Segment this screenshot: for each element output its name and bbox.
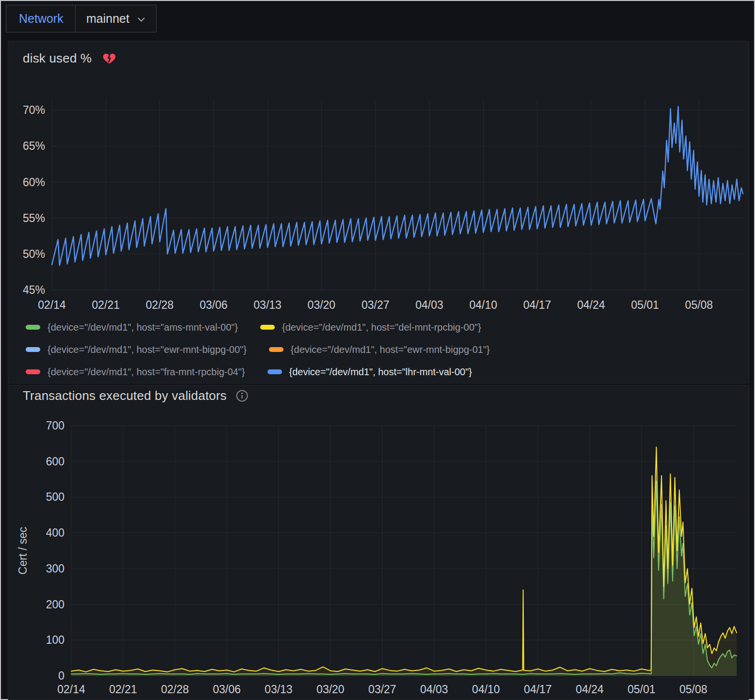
series-color-swatch: [26, 347, 40, 352]
svg-text:400: 400: [46, 526, 64, 539]
network-variable-label-text: Network: [19, 12, 63, 26]
svg-text:02/28: 02/28: [161, 683, 189, 696]
legend-label: {device="/dev/md1", host="lhr-mnt-val-00…: [289, 366, 472, 378]
legend-item-lhr-mnt-val-00[interactable]: {device="/dev/md1", host="lhr-mnt-val-00…: [267, 366, 472, 378]
svg-text:04/03: 04/03: [415, 299, 443, 311]
svg-text:04/10: 04/10: [472, 683, 500, 696]
legend-row: {device="/dev/md1", host="ewr-mnt-bigpg-…: [26, 344, 739, 355]
legend-row: {device="/dev/md1", host="ams-mnt-val-00…: [26, 321, 739, 333]
legend-item-fra-mnt-rpcbig-04[interactable]: {device="/dev/md1", host="fra-mnt-rpcbig…: [26, 366, 245, 378]
svg-text:0: 0: [58, 669, 64, 682]
series-color-swatch: [267, 369, 282, 374]
dashboard-variables-bar: Network mainnet: [1, 1, 754, 40]
disk-panel-header: disk used %: [8, 41, 749, 66]
svg-text:05/08: 05/08: [679, 683, 708, 696]
svg-text:50%: 50%: [23, 248, 45, 260]
legend-item-ewr-mnt-bigpg-01[interactable]: {device="/dev/md1", host="ewr-mnt-bigpg-…: [269, 344, 490, 355]
svg-text:100: 100: [46, 634, 64, 646]
svg-text:60%: 60%: [23, 176, 45, 189]
network-variable-value: mainnet: [86, 12, 129, 26]
transactions-panel-title[interactable]: Transactions executed by validators: [23, 388, 227, 403]
legend-label: {device="/dev/md1", host="ewr-mnt-bigpg-…: [47, 344, 247, 355]
svg-text:600: 600: [46, 455, 64, 468]
svg-text:03/13: 03/13: [265, 683, 293, 696]
svg-text:04/17: 04/17: [523, 299, 551, 311]
series-color-swatch: [26, 369, 40, 374]
network-variable-dropdown[interactable]: mainnet: [75, 5, 157, 32]
svg-text:02/14: 02/14: [38, 299, 66, 311]
chevron-down-icon: [137, 17, 145, 22]
svg-text:03/20: 03/20: [316, 683, 345, 696]
svg-text:700: 700: [46, 419, 64, 432]
disk-chart-legend: {device="/dev/md1", host="ams-mnt-val-00…: [26, 321, 739, 378]
svg-text:04/24: 04/24: [576, 683, 604, 696]
legend-item-ewr-mnt-bigpg-00[interactable]: {device="/dev/md1", host="ewr-mnt-bigpg-…: [26, 344, 247, 355]
svg-text:04/17: 04/17: [524, 683, 552, 696]
svg-text:04/10: 04/10: [470, 299, 498, 311]
svg-text:70%: 70%: [23, 104, 45, 116]
svg-text:500: 500: [46, 491, 64, 503]
svg-text:03/27: 03/27: [368, 683, 396, 696]
legend-label: {device="/dev/md1", host="fra-mnt-rpcbig…: [47, 366, 245, 378]
svg-text:02/21: 02/21: [109, 683, 137, 696]
alert-heart-break-icon: [102, 51, 116, 65]
svg-text:05/01: 05/01: [631, 299, 659, 311]
transactions-panel-header: Transactions executed by validators: [8, 385, 749, 403]
svg-text:02/21: 02/21: [92, 299, 120, 311]
grafana-dashboard: Network mainnet disk used % 45%50%55%60%…: [0, 0, 755, 700]
svg-text:03/13: 03/13: [253, 299, 282, 311]
series-color-swatch: [269, 347, 283, 352]
svg-text:300: 300: [46, 562, 64, 575]
svg-text:03/27: 03/27: [362, 299, 390, 311]
disk-used-panel: disk used % 45%50%55%60%65%70%02/1402/21…: [8, 41, 749, 383]
svg-text:200: 200: [46, 598, 64, 611]
svg-text:65%: 65%: [23, 140, 45, 152]
transactions-chart[interactable]: 010020030040050060070002/1402/2102/2803/…: [8, 414, 750, 698]
legend-label: {device="/dev/md1", host="ams-mnt-val-00…: [47, 322, 238, 333]
svg-text:05/08: 05/08: [685, 299, 713, 311]
legend-item-ams-mnt-val-00[interactable]: {device="/dev/md1", host="ams-mnt-val-00…: [26, 322, 238, 333]
legend-label: {device="/dev/md1", host="del-mnt-rpcbig…: [282, 322, 481, 333]
svg-text:45%: 45%: [23, 284, 45, 296]
legend-label: {device="/dev/md1", host="ewr-mnt-bigpg-…: [291, 344, 490, 355]
svg-text:02/14: 02/14: [57, 683, 85, 696]
legend-item-del-mnt-rpcbig-00[interactable]: {device="/dev/md1", host="del-mnt-rpcbig…: [260, 322, 481, 333]
svg-text:02/28: 02/28: [146, 299, 174, 311]
series-color-swatch: [26, 325, 40, 330]
transactions-panel: Transactions executed by validators Cert…: [8, 385, 749, 700]
svg-text:05/01: 05/01: [628, 683, 656, 696]
svg-text:55%: 55%: [23, 212, 45, 224]
svg-text:04/24: 04/24: [577, 299, 605, 311]
network-variable-label: Network: [6, 5, 77, 32]
info-icon[interactable]: [236, 389, 249, 402]
svg-text:03/06: 03/06: [213, 683, 241, 696]
svg-text:03/20: 03/20: [308, 299, 336, 311]
svg-text:04/03: 04/03: [420, 683, 448, 696]
series-color-swatch: [260, 325, 275, 330]
svg-text:03/06: 03/06: [200, 299, 228, 311]
disk-panel-title[interactable]: disk used %: [23, 51, 92, 66]
legend-row: {device="/dev/md1", host="fra-mnt-rpcbig…: [26, 366, 739, 378]
disk-used-chart[interactable]: 45%50%55%60%65%70%02/1402/2102/2803/0603…: [8, 88, 750, 326]
